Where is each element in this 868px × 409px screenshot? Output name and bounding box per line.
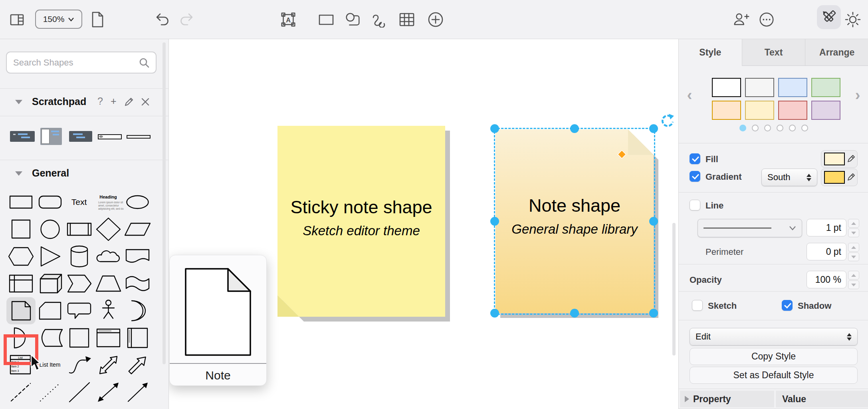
edit-pencil-icon[interactable] (124, 97, 134, 109)
general-header[interactable]: General (0, 160, 169, 187)
sticky-note-shape[interactable] (277, 126, 452, 323)
tab-arrange[interactable]: Arrange (805, 39, 868, 66)
edit-style-select[interactable]: Edit (690, 328, 858, 345)
style-swatch[interactable] (811, 78, 840, 97)
resize-handle-nw[interactable] (490, 124, 499, 133)
style-swatch[interactable] (778, 101, 807, 120)
shape-rounded-rectangle[interactable] (36, 189, 65, 216)
shape-dashed-line[interactable] (6, 379, 36, 406)
help-icon[interactable]: ? (97, 95, 103, 107)
resize-handle-s[interactable] (570, 309, 579, 318)
shape-callout[interactable] (65, 297, 94, 324)
style-swatch[interactable] (745, 101, 774, 120)
shape-tool-icon[interactable] (344, 11, 361, 28)
shape-cube[interactable] (36, 270, 65, 297)
copy-style-button[interactable]: Copy Style (690, 348, 858, 365)
shape-text[interactable]: Text (65, 189, 94, 216)
shape-square[interactable] (6, 216, 36, 243)
shape-bidirectional-connector[interactable] (94, 379, 123, 406)
shape-trapezoid[interactable] (94, 270, 123, 297)
pagination-dot[interactable] (801, 125, 808, 131)
gradient-checkbox[interactable] (690, 171, 700, 182)
swatch-prev-icon[interactable]: ‹ (684, 87, 696, 103)
page-icon[interactable] (89, 11, 106, 28)
opacity-input[interactable]: 100 % (807, 271, 846, 288)
search-input[interactable] (13, 58, 139, 68)
style-swatch[interactable] (712, 101, 741, 120)
shape-process[interactable] (65, 216, 94, 243)
shape-internal-storage[interactable] (6, 270, 36, 297)
shape-tape[interactable] (123, 270, 152, 297)
zoom-dropdown[interactable]: 150% (35, 10, 82, 29)
resize-handle-se[interactable] (649, 309, 658, 318)
shape-hexagon[interactable] (6, 243, 36, 270)
canvas-scrollbar[interactable] (672, 223, 676, 355)
redo-icon[interactable] (178, 11, 196, 28)
perimeter-stepper[interactable] (848, 243, 859, 261)
line-checkbox[interactable] (690, 200, 700, 210)
style-swatch[interactable] (745, 78, 774, 97)
set-default-style-button[interactable]: Set as Default Style (690, 367, 858, 384)
freehand-tool-icon[interactable] (371, 11, 388, 28)
line-width-input[interactable]: 1 pt (807, 219, 846, 236)
gradient-direction-select[interactable]: South (761, 169, 817, 186)
shape-titled-container[interactable] (94, 324, 123, 351)
shape-curve[interactable] (65, 351, 94, 379)
swatch-next-icon[interactable]: › (852, 87, 864, 103)
resize-handle-w[interactable] (490, 217, 499, 226)
shape-document[interactable] (123, 243, 152, 270)
shape-line[interactable] (65, 379, 94, 406)
rectangle-tool-icon[interactable] (317, 11, 335, 28)
shape-note[interactable] (6, 297, 36, 324)
sketch-theme-button[interactable] (817, 5, 841, 29)
scratchpad-item[interactable] (69, 131, 92, 142)
tab-text[interactable]: Text (742, 39, 805, 66)
pagination-dot[interactable] (789, 125, 796, 131)
resize-handle-n[interactable] (570, 124, 579, 133)
table-tool-icon[interactable] (398, 11, 416, 28)
insert-icon[interactable] (427, 11, 444, 28)
style-swatch[interactable] (712, 78, 741, 97)
rotate-handle-icon[interactable] (658, 113, 674, 129)
shape-and[interactable] (6, 324, 36, 351)
shape-cylinder[interactable] (65, 243, 94, 270)
shape-triangle[interactable] (36, 243, 65, 270)
shape-data-storage[interactable] (36, 324, 65, 351)
scratchpad-item[interactable] (40, 128, 62, 145)
pagination-dot[interactable] (739, 125, 746, 131)
shape-or[interactable] (123, 297, 152, 324)
resize-handle-ne[interactable] (649, 124, 658, 133)
style-swatch[interactable] (811, 101, 840, 120)
shape-rectangle[interactable] (6, 189, 36, 216)
sketch-checkbox[interactable] (692, 300, 703, 311)
tab-style[interactable]: Style (679, 39, 742, 66)
shape-dotted-line[interactable] (36, 379, 65, 406)
pagination-dot[interactable] (752, 125, 759, 131)
undo-icon[interactable] (153, 11, 171, 28)
pagination-dot[interactable] (777, 125, 783, 131)
property-header[interactable]: Property (680, 391, 774, 407)
shape-cloud[interactable] (94, 243, 123, 270)
appearance-icon[interactable] (844, 11, 862, 28)
scratchpad-item[interactable] (98, 134, 122, 139)
shape-vertical-container[interactable] (123, 324, 152, 351)
gradient-color-button[interactable] (821, 169, 858, 186)
scratchpad-header[interactable]: Scratchpad ? + (0, 89, 169, 116)
line-style-select[interactable] (698, 219, 802, 237)
note-shape-selected[interactable]: Note shape General shape library (495, 129, 654, 313)
more-options-icon[interactable] (758, 11, 775, 28)
drawing-canvas[interactable]: Sticky note shape Sketch editor theme (169, 39, 678, 409)
shape-directional-connector[interactable] (123, 379, 152, 406)
shape-container[interactable] (65, 324, 94, 351)
scratchpad-item[interactable] (10, 131, 35, 142)
resize-handle-e[interactable] (649, 217, 658, 226)
shape-diamond[interactable] (94, 216, 123, 243)
shape-heading[interactable]: HeadingLorem ipsum dolor sitamet, consec… (94, 189, 123, 216)
invite-collaborator-icon[interactable] (732, 11, 750, 28)
shape-search[interactable] (6, 52, 157, 73)
add-icon[interactable]: + (111, 95, 117, 107)
opacity-stepper[interactable] (848, 271, 859, 289)
shape-arrow[interactable] (123, 351, 152, 379)
style-swatch[interactable] (778, 78, 807, 97)
scratchpad-item[interactable] (127, 135, 151, 139)
